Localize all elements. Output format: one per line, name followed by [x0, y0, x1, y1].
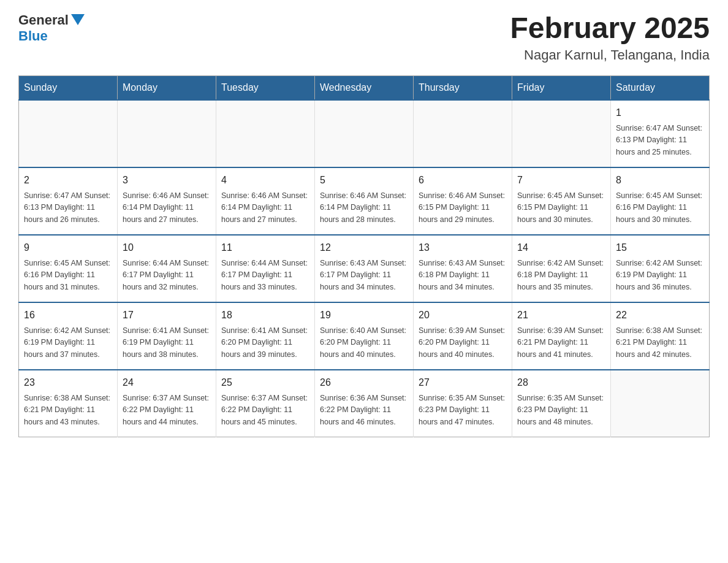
calendar-day-cell: 13Sunrise: 6:43 AM Sunset: 6:18 PM Dayli…: [414, 235, 512, 302]
day-info: Sunrise: 6:38 AM Sunset: 6:21 PM Dayligh…: [24, 393, 112, 428]
day-info: Sunrise: 6:42 AM Sunset: 6:18 PM Dayligh…: [517, 258, 605, 293]
calendar-week-row: 16Sunrise: 6:42 AM Sunset: 6:19 PM Dayli…: [19, 302, 710, 370]
logo-triangle-icon: [71, 14, 85, 25]
day-number: 14: [517, 240, 605, 255]
calendar-day-cell: [216, 100, 315, 167]
col-saturday: Saturday: [611, 75, 710, 100]
day-info: Sunrise: 6:46 AM Sunset: 6:14 PM Dayligh…: [221, 190, 309, 226]
logo: General Blue: [18, 12, 85, 44]
calendar-day-cell: 9Sunrise: 6:45 AM Sunset: 6:16 PM Daylig…: [19, 235, 118, 302]
logo-text-general: General: [18, 12, 69, 28]
logo-text-blue: Blue: [18, 28, 48, 44]
day-info: Sunrise: 6:46 AM Sunset: 6:14 PM Dayligh…: [320, 190, 408, 226]
col-friday: Friday: [512, 75, 611, 100]
calendar-day-cell: 12Sunrise: 6:43 AM Sunset: 6:17 PM Dayli…: [315, 235, 414, 302]
calendar-day-cell: [512, 100, 611, 167]
day-info: Sunrise: 6:47 AM Sunset: 6:13 PM Dayligh…: [616, 123, 704, 158]
day-info: Sunrise: 6:47 AM Sunset: 6:13 PM Dayligh…: [24, 190, 112, 226]
page-header: General Blue February 2025 Nagar Karnul,…: [18, 12, 710, 63]
calendar-week-row: 9Sunrise: 6:45 AM Sunset: 6:16 PM Daylig…: [19, 235, 710, 302]
col-thursday: Thursday: [414, 75, 512, 100]
calendar-day-cell: [611, 370, 710, 437]
days-of-week-row: Sunday Monday Tuesday Wednesday Thursday…: [19, 75, 710, 100]
calendar-day-cell: 4Sunrise: 6:46 AM Sunset: 6:14 PM Daylig…: [216, 167, 315, 235]
day-number: 13: [419, 240, 507, 255]
day-number: 10: [123, 240, 211, 255]
day-info: Sunrise: 6:46 AM Sunset: 6:14 PM Dayligh…: [123, 190, 211, 226]
day-number: 3: [123, 173, 211, 188]
day-number: 2: [24, 173, 112, 188]
calendar-day-cell: 25Sunrise: 6:37 AM Sunset: 6:22 PM Dayli…: [216, 370, 315, 437]
calendar-day-cell: 11Sunrise: 6:44 AM Sunset: 6:17 PM Dayli…: [216, 235, 315, 302]
day-number: 12: [320, 240, 408, 255]
day-number: 8: [616, 173, 704, 188]
calendar-day-cell: 8Sunrise: 6:45 AM Sunset: 6:16 PM Daylig…: [611, 167, 710, 235]
day-number: 25: [221, 375, 309, 390]
day-number: 21: [517, 308, 605, 323]
calendar-day-cell: [118, 100, 216, 167]
day-info: Sunrise: 6:42 AM Sunset: 6:19 PM Dayligh…: [24, 325, 112, 361]
day-number: 23: [24, 375, 112, 390]
day-info: Sunrise: 6:45 AM Sunset: 6:16 PM Dayligh…: [24, 258, 112, 293]
day-number: 5: [320, 173, 408, 188]
calendar-day-cell: 19Sunrise: 6:40 AM Sunset: 6:20 PM Dayli…: [315, 302, 414, 370]
day-info: Sunrise: 6:39 AM Sunset: 6:21 PM Dayligh…: [517, 325, 605, 361]
day-info: Sunrise: 6:37 AM Sunset: 6:22 PM Dayligh…: [221, 393, 309, 428]
day-info: Sunrise: 6:43 AM Sunset: 6:18 PM Dayligh…: [419, 258, 507, 293]
day-info: Sunrise: 6:42 AM Sunset: 6:19 PM Dayligh…: [616, 258, 704, 293]
day-number: 24: [123, 375, 211, 390]
day-number: 28: [517, 375, 605, 390]
day-number: 17: [123, 308, 211, 323]
calendar-day-cell: 18Sunrise: 6:41 AM Sunset: 6:20 PM Dayli…: [216, 302, 315, 370]
day-number: 4: [221, 173, 309, 188]
calendar-day-cell: 26Sunrise: 6:36 AM Sunset: 6:22 PM Dayli…: [315, 370, 414, 437]
day-number: 1: [616, 105, 704, 120]
day-info: Sunrise: 6:41 AM Sunset: 6:20 PM Dayligh…: [221, 325, 309, 361]
col-tuesday: Tuesday: [216, 75, 315, 100]
calendar-day-cell: 23Sunrise: 6:38 AM Sunset: 6:21 PM Dayli…: [19, 370, 118, 437]
day-number: 6: [419, 173, 507, 188]
calendar-day-cell: 1Sunrise: 6:47 AM Sunset: 6:13 PM Daylig…: [611, 100, 710, 167]
day-info: Sunrise: 6:35 AM Sunset: 6:23 PM Dayligh…: [517, 393, 605, 428]
day-number: 15: [616, 240, 704, 255]
calendar-title: February 2025: [510, 12, 710, 45]
day-info: Sunrise: 6:38 AM Sunset: 6:21 PM Dayligh…: [616, 325, 704, 361]
day-number: 11: [221, 240, 309, 255]
calendar-day-cell: 21Sunrise: 6:39 AM Sunset: 6:21 PM Dayli…: [512, 302, 611, 370]
day-info: Sunrise: 6:45 AM Sunset: 6:16 PM Dayligh…: [616, 190, 704, 226]
day-info: Sunrise: 6:36 AM Sunset: 6:22 PM Dayligh…: [320, 393, 408, 428]
calendar-day-cell: 6Sunrise: 6:46 AM Sunset: 6:15 PM Daylig…: [414, 167, 512, 235]
calendar-week-row: 23Sunrise: 6:38 AM Sunset: 6:21 PM Dayli…: [19, 370, 710, 437]
calendar-day-cell: [19, 100, 118, 167]
day-info: Sunrise: 6:43 AM Sunset: 6:17 PM Dayligh…: [320, 258, 408, 293]
col-wednesday: Wednesday: [315, 75, 414, 100]
calendar-table: Sunday Monday Tuesday Wednesday Thursday…: [18, 75, 710, 438]
day-info: Sunrise: 6:46 AM Sunset: 6:15 PM Dayligh…: [419, 190, 507, 226]
calendar-body: 1Sunrise: 6:47 AM Sunset: 6:13 PM Daylig…: [19, 100, 710, 437]
calendar-day-cell: 20Sunrise: 6:39 AM Sunset: 6:20 PM Dayli…: [414, 302, 512, 370]
calendar-day-cell: 17Sunrise: 6:41 AM Sunset: 6:19 PM Dayli…: [118, 302, 216, 370]
day-info: Sunrise: 6:44 AM Sunset: 6:17 PM Dayligh…: [221, 258, 309, 293]
day-number: 20: [419, 308, 507, 323]
calendar-week-row: 1Sunrise: 6:47 AM Sunset: 6:13 PM Daylig…: [19, 100, 710, 167]
day-info: Sunrise: 6:40 AM Sunset: 6:20 PM Dayligh…: [320, 325, 408, 361]
calendar-day-cell: 16Sunrise: 6:42 AM Sunset: 6:19 PM Dayli…: [19, 302, 118, 370]
calendar-header: Sunday Monday Tuesday Wednesday Thursday…: [19, 75, 710, 100]
calendar-day-cell: 7Sunrise: 6:45 AM Sunset: 6:15 PM Daylig…: [512, 167, 611, 235]
day-number: 9: [24, 240, 112, 255]
day-number: 26: [320, 375, 408, 390]
calendar-subtitle: Nagar Karnul, Telangana, India: [510, 47, 710, 63]
day-number: 19: [320, 308, 408, 323]
col-monday: Monday: [118, 75, 216, 100]
day-number: 16: [24, 308, 112, 323]
day-number: 27: [419, 375, 507, 390]
calendar-day-cell: [315, 100, 414, 167]
title-block: February 2025 Nagar Karnul, Telangana, I…: [510, 12, 710, 63]
col-sunday: Sunday: [19, 75, 118, 100]
day-info: Sunrise: 6:45 AM Sunset: 6:15 PM Dayligh…: [517, 190, 605, 226]
calendar-day-cell: 15Sunrise: 6:42 AM Sunset: 6:19 PM Dayli…: [611, 235, 710, 302]
calendar-day-cell: 24Sunrise: 6:37 AM Sunset: 6:22 PM Dayli…: [118, 370, 216, 437]
calendar-day-cell: [414, 100, 512, 167]
day-info: Sunrise: 6:41 AM Sunset: 6:19 PM Dayligh…: [123, 325, 211, 361]
day-info: Sunrise: 6:39 AM Sunset: 6:20 PM Dayligh…: [419, 325, 507, 361]
